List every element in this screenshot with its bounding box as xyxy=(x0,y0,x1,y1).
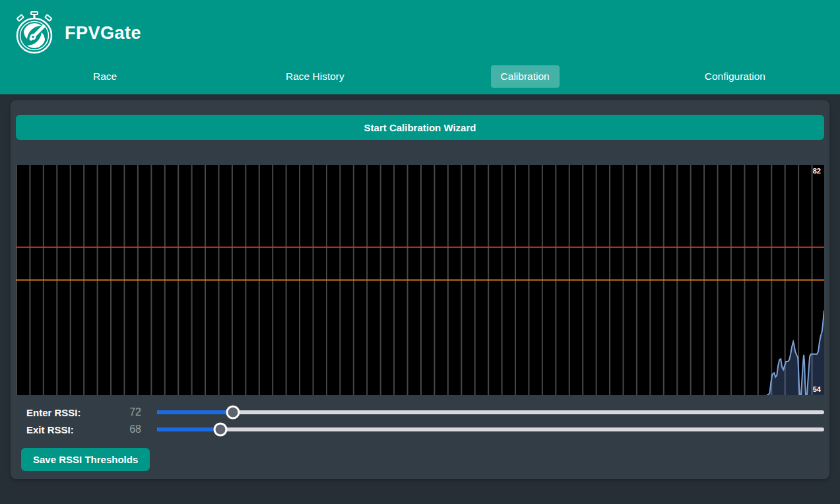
calibration-panel: Start Calibration Wizard 82 54 Enter RSS… xyxy=(11,100,829,479)
chart-ymax-label: 82 xyxy=(813,168,821,175)
enter-rssi-value: 72 xyxy=(82,406,141,418)
app-title: FPVGate xyxy=(65,23,141,44)
exit-rssi-slider-track[interactable] xyxy=(157,427,824,431)
enter-rssi-row: Enter RSSI: 72 xyxy=(16,404,824,421)
enter-rssi-slider-thumb[interactable] xyxy=(226,406,240,420)
exit-rssi-value: 68 xyxy=(82,424,141,435)
chart-ymin-label: 54 xyxy=(813,386,821,393)
exit-rssi-slider-fill xyxy=(157,427,220,431)
nav-tab-calibration[interactable]: Calibration xyxy=(420,65,630,88)
nav-tab-race-history-label: Race History xyxy=(276,65,354,88)
save-rssi-thresholds-button[interactable]: Save RSSI Thresholds xyxy=(21,448,150,471)
start-calibration-wizard-button[interactable]: Start Calibration Wizard xyxy=(16,115,824,140)
nav-tab-calibration-label: Calibration xyxy=(491,65,560,88)
exit-rssi-row: Exit RSSI: 68 xyxy=(16,421,824,438)
nav-tab-configuration-label: Configuration xyxy=(695,65,775,88)
exit-rssi-slider-thumb[interactable] xyxy=(213,423,227,437)
enter-rssi-slider-fill xyxy=(157,410,233,414)
exit-rssi-label: Exit RSSI: xyxy=(16,424,82,435)
nav-tab-race-history[interactable]: Race History xyxy=(210,65,420,88)
enter-rssi-slider[interactable] xyxy=(157,405,824,420)
threshold-sliders: Enter RSSI: 72 Exit RSSI: 68 xyxy=(16,404,824,438)
enter-rssi-label: Enter RSSI: xyxy=(16,407,82,418)
main-nav: Race Race History Calibration Configurat… xyxy=(0,61,840,92)
rssi-chart-canvas xyxy=(16,165,824,395)
stopwatch-propeller-logo-icon xyxy=(9,8,59,58)
nav-tab-race[interactable]: Race xyxy=(0,65,210,88)
enter-rssi-slider-track[interactable] xyxy=(157,410,824,414)
rssi-chart: 82 54 xyxy=(16,165,824,395)
brand: FPVGate xyxy=(0,0,840,61)
nav-tab-race-label: Race xyxy=(83,65,127,88)
app-header: FPVGate Race Race History Calibration Co… xyxy=(0,0,840,94)
exit-rssi-slider[interactable] xyxy=(157,422,824,437)
nav-tab-configuration[interactable]: Configuration xyxy=(630,65,840,88)
